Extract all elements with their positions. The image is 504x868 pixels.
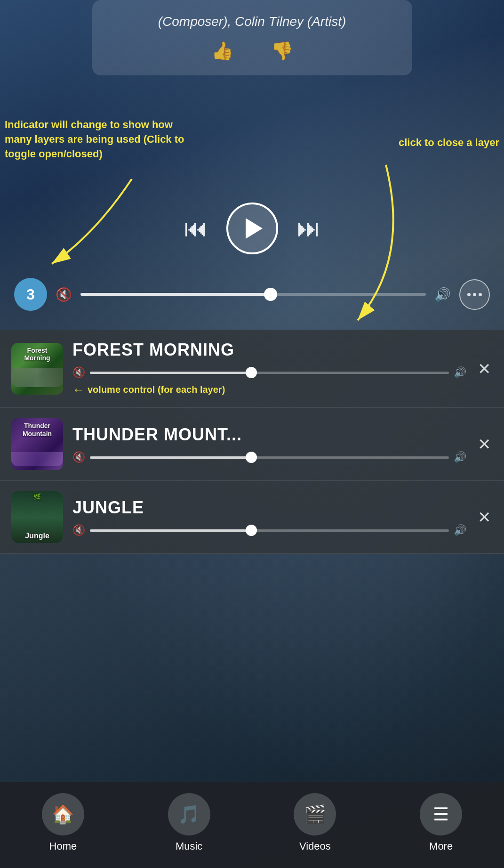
thunder-mountain-info: THUNDER MOUNT... 🔇 🔊: [72, 425, 466, 463]
music-icon-wrap: 🎵: [168, 793, 210, 836]
videos-icon: 🎬: [304, 804, 326, 825]
thunder-mountain-thumb-label: ThunderMountain: [11, 422, 63, 438]
thunder-mountain-close-button[interactable]: ✕: [476, 433, 493, 455]
jungle-close-button[interactable]: ✕: [476, 506, 493, 528]
close-layer-annotation: click to close a layer: [399, 137, 499, 149]
forest-morning-thumbnail: ForestMorning: [11, 343, 63, 395]
volume-loud-icon: 🔊: [434, 287, 451, 302]
volume-mute-icon: 🔇: [56, 287, 72, 302]
thunder-mountain-title: THUNDER MOUNT...: [72, 425, 466, 445]
jungle-info: JUNGLE 🔇 🔊: [72, 498, 466, 536]
thumbs-down-button[interactable]: 👎: [271, 41, 293, 61]
main-volume-slider[interactable]: [80, 293, 426, 296]
jungle-vol-mute-icon: 🔇: [72, 524, 85, 536]
layer-item: 🌿 Jungle JUNGLE 🔇 🔊 ✕: [0, 481, 504, 554]
layers-indicator-annotation: Indicator will change to show how many l…: [5, 118, 193, 161]
jungle-slider-fill: [90, 529, 251, 532]
forest-morning-info: FOREST MORNING 🔇 🔊 ← volume control (for…: [72, 340, 466, 397]
top-card: (Composer), Colin Tilney (Artist) 👍 👎: [92, 0, 412, 75]
thumbs-up-button[interactable]: 👍: [211, 41, 233, 61]
forest-slider-fill: [90, 372, 251, 374]
app-container: (Composer), Colin Tilney (Artist) 👍 👎 In…: [0, 0, 504, 868]
thunder-vol-loud-icon: 🔊: [454, 451, 466, 463]
play-button[interactable]: [226, 203, 278, 254]
forest-morning-title: FOREST MORNING: [72, 340, 466, 360]
forest-morning-thumb-label: ForestMorning: [11, 347, 63, 363]
more-icon: ☰: [433, 804, 449, 825]
nav-item-home[interactable]: 🏠 Home: [35, 793, 91, 852]
nav-item-videos[interactable]: 🎬 Videos: [287, 793, 343, 852]
more-icon-wrap: ☰: [420, 793, 462, 836]
layers-container: ForestMorning FOREST MORNING 🔇 🔊 ←: [0, 330, 504, 554]
forest-morning-close-button[interactable]: ✕: [476, 357, 493, 380]
music-label: Music: [176, 840, 202, 852]
nav-item-music[interactable]: 🎵 Music: [161, 793, 217, 852]
like-buttons-row: 👍 👎: [111, 41, 393, 61]
previous-button[interactable]: ⏮: [184, 215, 208, 242]
videos-label: Videos: [299, 840, 331, 852]
home-label: Home: [49, 840, 77, 852]
layer-item: ThunderMountain THUNDER MOUNT... 🔇 🔊 ✕: [0, 408, 504, 481]
jungle-thumbnail: 🌿 Jungle: [11, 491, 63, 543]
next-button[interactable]: ⏭: [297, 215, 320, 242]
layers-badge[interactable]: 3: [14, 278, 47, 311]
forest-morning-slider[interactable]: [90, 372, 449, 374]
home-icon: 🏠: [52, 804, 74, 825]
forest-vol-loud-icon: 🔊: [454, 366, 466, 379]
jungle-thumb-label: Jungle: [11, 532, 63, 540]
jungle-title: JUNGLE: [72, 498, 466, 518]
thunder-mountain-thumbnail: ThunderMountain: [11, 418, 63, 470]
nav-item-more[interactable]: ☰ More: [413, 793, 469, 852]
forest-slider-thumb: [246, 367, 257, 378]
thunder-slider-thumb: [246, 452, 257, 463]
thunder-vol-mute-icon: 🔇: [72, 451, 85, 463]
bottom-navigation: 🏠 Home 🎵 Music 🎬 Videos ☰ More: [0, 782, 504, 868]
more-label: More: [429, 840, 453, 852]
videos-icon-wrap: 🎬: [294, 793, 336, 836]
vol-annotation-text: volume control (for each layer): [88, 384, 225, 395]
home-icon-wrap: 🏠: [42, 793, 84, 836]
jungle-slider-thumb: [246, 525, 257, 536]
forest-vol-mute-icon: 🔇: [72, 366, 85, 379]
jungle-volume-row: 🔇 🔊: [72, 524, 466, 536]
layer-item: ForestMorning FOREST MORNING 🔇 🔊 ←: [0, 330, 504, 408]
forest-morning-volume-row: 🔇 🔊: [72, 366, 466, 379]
volume-annotation-row: ← volume control (for each layer): [72, 382, 466, 397]
music-icon: 🎵: [178, 804, 200, 825]
thunder-mountain-volume-row: 🔇 🔊: [72, 451, 466, 463]
artist-subtitle: (Composer), Colin Tilney (Artist): [111, 14, 393, 29]
three-dots-icon: [467, 293, 482, 296]
main-slider-fill: [80, 293, 271, 296]
more-options-button[interactable]: [459, 279, 490, 310]
player-controls: ⏮ ⏭: [184, 203, 320, 254]
jungle-vol-loud-icon: 🔊: [454, 524, 466, 536]
layers-row: 3 🔇 🔊: [0, 278, 504, 311]
thunder-slider-fill: [90, 456, 251, 459]
play-icon: [246, 218, 263, 239]
thunder-mountain-slider[interactable]: [90, 456, 449, 459]
jungle-slider[interactable]: [90, 529, 449, 532]
main-slider-thumb: [264, 288, 277, 301]
vol-annotation-arrow: ←: [72, 382, 85, 397]
